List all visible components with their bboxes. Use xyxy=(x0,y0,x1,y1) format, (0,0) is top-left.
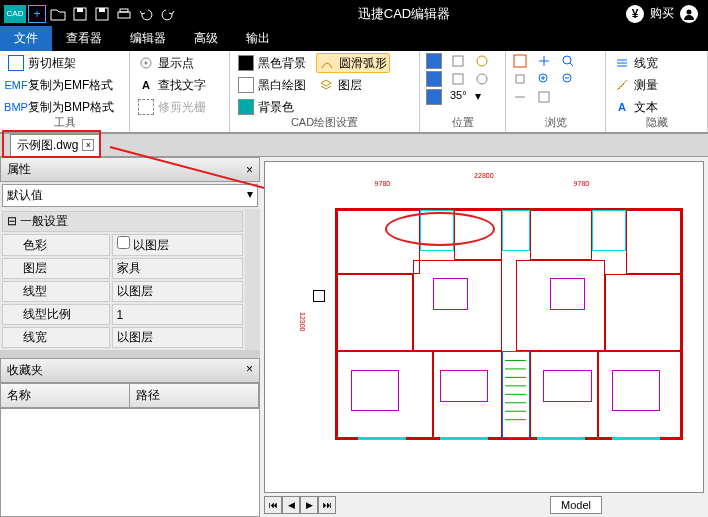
svg-rect-4 xyxy=(118,12,130,18)
sheet-last-icon[interactable]: ⏭ xyxy=(318,496,336,514)
model-tab[interactable]: Model xyxy=(550,496,602,514)
bw-drawing-button[interactable]: 黑白绘图 xyxy=(236,75,308,95)
pos-icon-4[interactable] xyxy=(426,71,442,87)
rotation-dropdown-icon[interactable]: ▾ xyxy=(475,89,481,105)
favorites-body[interactable] xyxy=(0,408,260,517)
pos-icon-3[interactable] xyxy=(474,53,490,69)
browse-icon-4[interactable] xyxy=(512,71,528,87)
prop-key: 色彩 xyxy=(2,234,110,256)
prop-val[interactable]: 家具 xyxy=(112,258,243,279)
dim-label: 12300 xyxy=(299,312,306,331)
save-as-icon[interactable] xyxy=(92,4,112,24)
group-browse-label: 浏览 xyxy=(506,115,605,130)
canvas-area: 22800 9780 9780 12300 xyxy=(260,157,708,517)
panel-close-icon[interactable]: × xyxy=(246,362,253,376)
file-tabs-row: 示例图.dwg × xyxy=(0,133,708,157)
sheet-next-icon[interactable]: ▶ xyxy=(300,496,318,514)
browse-icon-3[interactable] xyxy=(560,53,576,69)
bg-color-button[interactable]: 背景色 xyxy=(236,97,296,117)
menu-tabs: 文件 查看器 编辑器 高级 输出 xyxy=(0,27,708,51)
browse-icon-1[interactable] xyxy=(512,53,528,69)
plan-outline xyxy=(335,208,683,440)
floor-plan: 22800 9780 9780 12300 xyxy=(295,172,693,482)
ribbon: 剪切框架 EMF复制为EMF格式 BMP复制为BMP格式 工具 显示点 A查找文… xyxy=(0,51,708,133)
open-icon[interactable] xyxy=(48,4,68,24)
sheet-prev-icon[interactable]: ◀ xyxy=(282,496,300,514)
pos-icon-2[interactable] xyxy=(450,53,466,69)
user-icon[interactable] xyxy=(680,5,698,23)
smooth-arc-button[interactable]: 圆滑弧形 xyxy=(316,53,390,73)
default-value-dropdown[interactable]: 默认值▾ xyxy=(2,184,258,207)
title-bar: CAD + 迅捷CAD编辑器 ¥ 购买 xyxy=(0,0,708,27)
new-icon[interactable]: + xyxy=(28,5,46,23)
group-hide-label: 隐藏 xyxy=(606,115,707,130)
svg-rect-18 xyxy=(539,92,549,102)
copy-emf-button[interactable]: EMF复制为EMF格式 xyxy=(6,75,123,95)
print-icon[interactable] xyxy=(114,4,134,24)
undo-icon[interactable] xyxy=(136,4,156,24)
dim-label: 9780 xyxy=(574,180,590,187)
show-point-button[interactable]: 显示点 xyxy=(136,53,223,73)
svg-point-10 xyxy=(477,56,487,66)
tab-editor[interactable]: 编辑器 xyxy=(116,26,180,51)
browse-icon-2[interactable] xyxy=(536,53,552,69)
app-title: 迅捷CAD编辑器 xyxy=(182,5,626,23)
tab-output[interactable]: 输出 xyxy=(232,26,284,51)
drawing-canvas[interactable]: 22800 9780 9780 12300 xyxy=(264,161,704,493)
tab-file[interactable]: 文件 xyxy=(0,26,52,51)
measure-button[interactable]: 测量 xyxy=(612,75,701,95)
prop-key: 图层 xyxy=(2,258,110,279)
svg-rect-9 xyxy=(453,56,463,66)
browse-icon-8[interactable] xyxy=(536,89,552,105)
col-name[interactable]: 名称 xyxy=(1,384,130,407)
copy-bmp-button[interactable]: BMP复制为BMP格式 xyxy=(6,97,123,117)
black-bg-button[interactable]: 黑色背景 xyxy=(236,53,308,73)
svg-point-12 xyxy=(477,74,487,84)
tab-advanced[interactable]: 高级 xyxy=(180,26,232,51)
sheet-first-icon[interactable]: ⏮ xyxy=(264,496,282,514)
col-path[interactable]: 路径 xyxy=(130,384,259,407)
quick-access-toolbar: CAD + xyxy=(0,4,182,24)
panel-close-icon[interactable]: × xyxy=(246,163,253,177)
group-position-label: 位置 xyxy=(420,115,505,130)
pos-icon-5[interactable] xyxy=(450,71,466,87)
prop-val[interactable]: 以图层 xyxy=(112,234,243,256)
rotation-value[interactable]: 35° xyxy=(450,89,467,105)
save-icon[interactable] xyxy=(70,4,90,24)
prop-val[interactable]: 以图层 xyxy=(112,281,243,302)
browse-icon-6[interactable] xyxy=(560,71,576,87)
left-panel: 属性× 默认值▾ ⊟ 一般设置 色彩 以图层 图层家具 线型以图层 线型比例1 … xyxy=(0,157,260,517)
browse-icon-7[interactable] xyxy=(512,89,528,105)
currency-icon[interactable]: ¥ xyxy=(626,5,644,23)
pos-icon-6[interactable] xyxy=(474,71,490,87)
trim-raster-button[interactable]: 修剪光栅 xyxy=(136,97,223,117)
prop-key: 线宽 xyxy=(2,327,110,348)
layers-button[interactable]: 图层 xyxy=(316,75,364,95)
purchase-link[interactable]: 购买 xyxy=(650,5,674,22)
properties-table: ⊟ 一般设置 色彩 以图层 图层家具 线型以图层 线型比例1 线宽以图层 xyxy=(0,209,245,350)
redo-icon[interactable] xyxy=(158,4,178,24)
tab-viewer[interactable]: 查看器 xyxy=(52,26,116,51)
pos-icon-7[interactable] xyxy=(426,89,442,105)
category-general[interactable]: ⊟ 一般设置 xyxy=(2,211,243,232)
app-logo[interactable]: CAD xyxy=(4,5,26,23)
line-width-button[interactable]: 线宽 xyxy=(612,53,701,73)
svg-rect-5 xyxy=(120,9,128,12)
color-checkbox[interactable] xyxy=(117,236,130,249)
properties-scrollbar[interactable] xyxy=(245,209,260,350)
pos-icon-1[interactable] xyxy=(426,53,442,69)
svg-rect-13 xyxy=(514,55,526,67)
cut-frame-button[interactable]: 剪切框架 xyxy=(6,53,123,73)
prop-val[interactable]: 以图层 xyxy=(112,327,243,348)
dim-label: 9780 xyxy=(375,180,391,187)
svg-rect-3 xyxy=(99,8,105,12)
find-text-button[interactable]: A查找文字 xyxy=(136,75,223,95)
dim-label: 22800 xyxy=(474,172,493,179)
file-tab[interactable]: 示例图.dwg × xyxy=(10,134,101,157)
text-button[interactable]: A文本 xyxy=(612,97,701,117)
main-area: 属性× 默认值▾ ⊟ 一般设置 色彩 以图层 图层家具 线型以图层 线型比例1 … xyxy=(0,157,708,517)
prop-val[interactable]: 1 xyxy=(112,304,243,325)
favorites-header: 收藏夹× xyxy=(0,358,260,383)
file-tab-close-icon[interactable]: × xyxy=(82,139,94,151)
browse-icon-5[interactable] xyxy=(536,71,552,87)
